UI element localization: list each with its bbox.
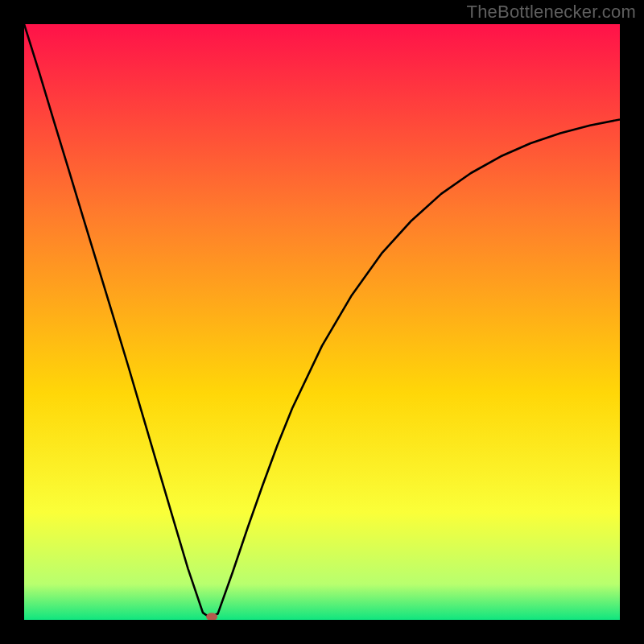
watermark-text: TheBottlenecker.com	[467, 2, 636, 23]
plot-area	[24, 24, 620, 620]
chart-frame: TheBottlenecker.com	[0, 0, 644, 644]
chart-svg	[24, 24, 620, 620]
gradient-background	[24, 24, 620, 620]
